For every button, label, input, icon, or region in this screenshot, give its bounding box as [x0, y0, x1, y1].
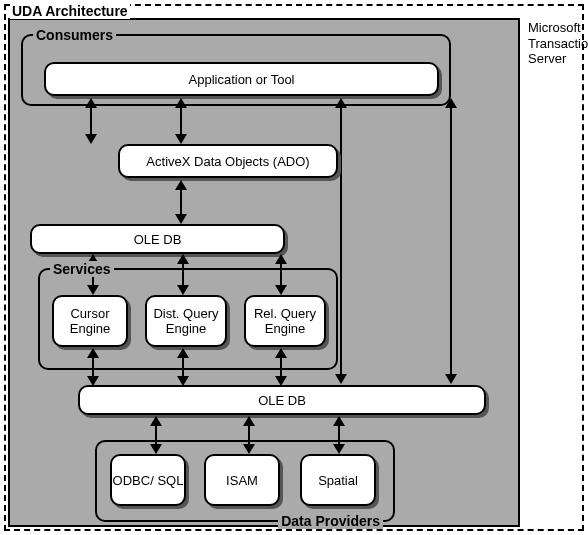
arrow-bidirectional-icon: [180, 188, 182, 216]
consumers-group-title: Consumers: [33, 27, 116, 43]
node-label: Application or Tool: [189, 72, 295, 87]
isam-node: ISAM: [204, 454, 280, 506]
node-label: OLE DB: [258, 393, 306, 408]
oledb-upper-node: OLE DB: [30, 224, 285, 254]
services-group-title: Services: [50, 261, 114, 277]
arrow-bidirectional-icon: [92, 356, 94, 378]
node-label: ActiveX Data Objects (ADO): [146, 154, 309, 169]
arrow-bidirectional-icon: [280, 356, 282, 378]
dist-query-engine-node: Dist. Query Engine: [145, 295, 227, 347]
mts-label: Microsoft Transaction Server: [528, 20, 588, 67]
node-label: Cursor Engine: [54, 306, 126, 336]
data-providers-group-title: Data Providers: [278, 513, 383, 529]
arrow-bidirectional-icon: [90, 106, 92, 136]
arrow-bidirectional-icon: [340, 106, 342, 376]
node-label: ISAM: [226, 473, 258, 488]
node-label: ODBC/ SQL: [113, 473, 184, 488]
rel-query-engine-node: Rel. Query Engine: [244, 295, 326, 347]
arrow-bidirectional-icon: [182, 356, 184, 378]
oledb-lower-node: OLE DB: [78, 385, 486, 415]
uda-architecture-box: Consumers Application or Tool ActiveX Da…: [8, 18, 520, 527]
node-label: Dist. Query Engine: [147, 306, 225, 336]
odbc-sql-node: ODBC/ SQL: [110, 454, 186, 506]
diagram-container: UDA Architecture Microsoft Transaction S…: [0, 0, 588, 535]
application-or-tool-node: Application or Tool: [44, 62, 439, 96]
spatial-node: Spatial: [300, 454, 376, 506]
node-label: Spatial: [318, 473, 358, 488]
arrow-bidirectional-icon: [180, 106, 182, 136]
diagram-title: UDA Architecture: [10, 3, 130, 19]
cursor-engine-node: Cursor Engine: [52, 295, 128, 347]
node-label: Rel. Query Engine: [246, 306, 324, 336]
ado-node: ActiveX Data Objects (ADO): [118, 144, 338, 178]
node-label: OLE DB: [134, 232, 182, 247]
arrow-bidirectional-icon: [450, 106, 452, 376]
